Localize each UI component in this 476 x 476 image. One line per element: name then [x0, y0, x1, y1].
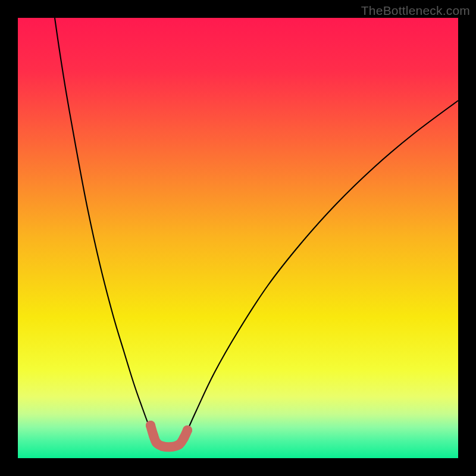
chart-frame: [18, 18, 458, 458]
chart-background: [18, 18, 458, 458]
watermark-text: TheBottleneck.com: [361, 4, 470, 18]
marker-dot-3: [158, 441, 167, 451]
bottleneck-chart: [18, 18, 458, 458]
marker-dot-0: [146, 421, 155, 430]
marker-dot-7: [183, 425, 192, 435]
